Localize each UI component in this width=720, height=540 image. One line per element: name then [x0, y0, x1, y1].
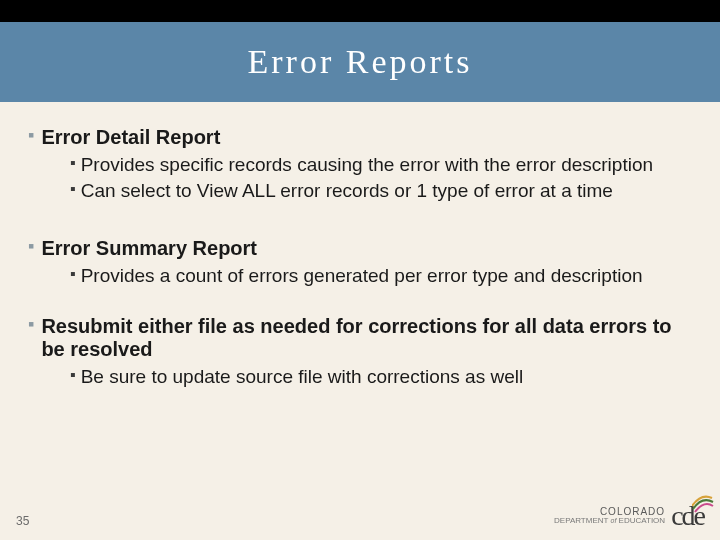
section-heading-text: Resubmit either file as needed for corre…: [41, 315, 688, 361]
section-heading-text: Error Detail Report: [41, 126, 220, 149]
section-sublist: ▪ Provides specific records causing the …: [28, 153, 688, 203]
logo-text: COLORADO DEPARTMENT of EDUCATION: [554, 507, 665, 526]
list-item: ▪ Be sure to update source file with cor…: [70, 365, 688, 389]
section-sublist: ▪ Provides a count of errors generated p…: [28, 264, 688, 288]
square-bullet-icon: ▪: [70, 179, 76, 200]
square-bullet-icon: ▪: [28, 315, 34, 335]
section-resubmit: ▪ Resubmit either file as needed for cor…: [28, 315, 688, 389]
slide-content: ▪ Error Detail Report ▪ Provides specifi…: [0, 102, 720, 389]
logo-e: e: [694, 500, 704, 532]
logo-dept-of: of: [611, 517, 617, 524]
list-item: ▪ Provides a count of errors generated p…: [70, 264, 688, 288]
logo-abbr: cde: [671, 500, 704, 532]
section-sublist: ▪ Be sure to update source file with cor…: [28, 365, 688, 389]
title-band: Error Reports: [0, 22, 720, 102]
section-heading: ▪ Error Summary Report: [28, 237, 688, 260]
square-bullet-icon: ▪: [28, 126, 34, 146]
square-bullet-icon: ▪: [70, 153, 76, 174]
section-error-summary: ▪ Error Summary Report ▪ Provides a coun…: [28, 237, 688, 288]
top-black-bar: [0, 0, 720, 22]
section-heading: ▪ Error Detail Report: [28, 126, 688, 149]
section-error-detail: ▪ Error Detail Report ▪ Provides specifi…: [28, 126, 688, 203]
logo-dept-prefix: DEPARTMENT: [554, 516, 608, 525]
list-item-text: Be sure to update source file with corre…: [81, 365, 524, 389]
square-bullet-icon: ▪: [28, 237, 34, 257]
page-number: 35: [16, 514, 29, 528]
cde-logo: COLORADO DEPARTMENT of EDUCATION cde: [554, 500, 704, 532]
section-heading: ▪ Resubmit either file as needed for cor…: [28, 315, 688, 361]
logo-swoosh-icon: [692, 494, 714, 514]
list-item-text: Provides specific records causing the er…: [81, 153, 653, 177]
square-bullet-icon: ▪: [70, 365, 76, 386]
logo-dept-suffix: EDUCATION: [619, 516, 666, 525]
list-item-text: Provides a count of errors generated per…: [81, 264, 643, 288]
list-item: ▪ Provides specific records causing the …: [70, 153, 688, 177]
list-item-text: Can select to View ALL error records or …: [81, 179, 613, 203]
logo-c: c: [671, 500, 681, 532]
list-item: ▪ Can select to View ALL error records o…: [70, 179, 688, 203]
section-heading-text: Error Summary Report: [41, 237, 257, 260]
logo-dept: DEPARTMENT of EDUCATION: [554, 517, 665, 525]
square-bullet-icon: ▪: [70, 264, 76, 285]
slide-title: Error Reports: [247, 43, 472, 81]
